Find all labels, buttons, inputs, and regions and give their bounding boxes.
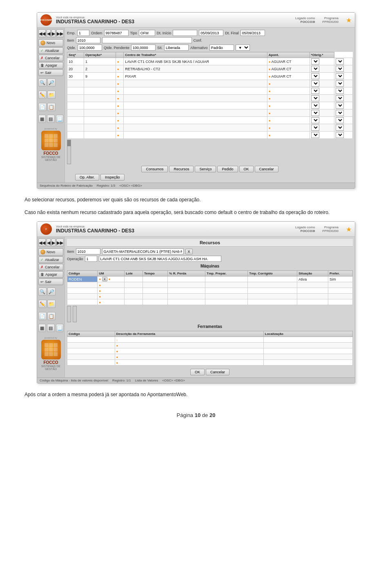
apagar-button-1[interactable]: 🗑 Apagar	[38, 62, 63, 69]
dt-inicio-input[interactable]	[173, 30, 197, 36]
nav-last-2[interactable]: ▶▶	[56, 239, 64, 247]
recursos-btn[interactable]: Recursos	[169, 166, 194, 172]
tool-icon-1[interactable]: ✏️	[38, 91, 47, 99]
tool-icon-2[interactable]: ✏️	[38, 300, 47, 308]
pedido-btn[interactable]: Pedido	[217, 166, 238, 172]
folder-icon-2[interactable]: 📁	[47, 300, 56, 308]
empty-sel9[interactable]: ▼	[311, 110, 319, 116]
search-icon-2[interactable]: 🔍	[38, 288, 47, 296]
gc	[49, 348, 53, 352]
td-icon: ●	[116, 65, 124, 73]
nav-last[interactable]: ▶▶	[56, 29, 64, 38]
apont-select-2[interactable]: S	[311, 66, 319, 72]
obrig-select-2[interactable]: S	[336, 66, 344, 72]
consumos-btn[interactable]: Consumos	[141, 166, 168, 172]
maq-cx-btn[interactable]: X	[102, 277, 107, 281]
novo-icon-2	[40, 250, 45, 254]
grid-icon-1[interactable]: ▦	[38, 115, 46, 123]
star-icon-2[interactable]: ★	[346, 225, 352, 233]
apont-select-3[interactable]: S	[311, 73, 319, 79]
dt-inicio-val[interactable]	[199, 30, 223, 36]
operacao-desc-2[interactable]	[99, 256, 221, 262]
close-btn-2[interactable]: X	[185, 249, 193, 254]
empty-sel16[interactable]: ▼	[336, 132, 344, 138]
grid-icon-2[interactable]: ▦	[38, 324, 46, 332]
empty-sel2[interactable]: ▼	[336, 80, 344, 87]
cancelar-button-1[interactable]: ✗ Cancelar	[38, 55, 63, 61]
search-icon-1[interactable]: 🔍	[38, 78, 47, 87]
nav-prev-2[interactable]: ◀	[47, 239, 51, 247]
empty-sel13[interactable]: ▼	[311, 125, 319, 131]
empty-sel8[interactable]: ▼	[336, 103, 344, 109]
form-row-op-2: Operação	[67, 256, 353, 262]
form-row-2: Item Conf.	[67, 37, 353, 43]
empty-sel6[interactable]: ▼	[336, 95, 344, 101]
operacao-input-2[interactable]	[85, 256, 97, 262]
novo-button-2[interactable]: Novo	[38, 248, 63, 256]
empty-sel5[interactable]: ▼	[311, 95, 319, 101]
dt-inicio-label: Dt. Início	[157, 31, 172, 35]
cancelar-button-2[interactable]: ✗ Cancelar	[38, 264, 63, 270]
qtde-pendente-input[interactable]	[131, 45, 156, 51]
ok-btn-2[interactable]: OK	[190, 369, 205, 375]
apagar-button-2[interactable]: 🗑 Apagar	[38, 271, 63, 278]
item-desc-2[interactable]	[102, 248, 184, 254]
empty-sel12[interactable]: ▼	[336, 117, 344, 123]
novo-button-1[interactable]: Novo	[38, 39, 63, 47]
item-input[interactable]	[76, 37, 100, 43]
empty-sel[interactable]: ▼	[311, 80, 319, 87]
sit-input[interactable]	[164, 45, 189, 51]
doc-icon-2[interactable]: 📄	[38, 312, 47, 320]
ordem-input[interactable]	[104, 30, 129, 36]
table-icon-2[interactable]: ▤	[47, 324, 54, 332]
obrig-select-3[interactable]: S	[336, 73, 344, 79]
op-alter-btn[interactable]: Op. Alter.	[75, 174, 99, 181]
page-icon-1[interactable]: 📃	[56, 115, 63, 123]
inspecao-btn[interactable]: Inspeção	[100, 174, 125, 181]
nav-next[interactable]: ▶	[51, 29, 56, 38]
item-input-2[interactable]	[76, 248, 100, 254]
folder-icon-1[interactable]: 📁	[47, 91, 56, 99]
doc2-icon-1[interactable]: 📋	[47, 103, 56, 111]
search2-icon-2[interactable]: 🔎	[47, 288, 56, 296]
dt-final-input[interactable]	[241, 30, 265, 36]
search2-icon-1[interactable]: 🔎	[47, 78, 56, 87]
star-icon-1[interactable]: ★	[346, 16, 352, 24]
qtde-input[interactable]	[78, 45, 102, 51]
atualizar-button-2[interactable]: ✓ Atualizar	[38, 256, 63, 263]
table-icon-1[interactable]: ▤	[47, 115, 54, 123]
tipo-input[interactable]	[139, 30, 155, 36]
doc2-icon-2[interactable]: 📋	[47, 312, 56, 320]
empty-sel7[interactable]: ▼	[311, 103, 319, 109]
emp-input[interactable]	[77, 30, 89, 36]
atualizar-button-1[interactable]: ✓ Atualizar	[38, 47, 63, 54]
empty-sel15[interactable]: ▼	[311, 132, 319, 138]
nav-prev[interactable]: ◀	[47, 29, 51, 38]
ferr-th-loc: Localização	[263, 331, 352, 337]
empty-sel10[interactable]: ▼	[336, 110, 344, 116]
nav-next-2[interactable]: ▶	[51, 239, 56, 247]
alternativo-input[interactable]	[209, 45, 234, 51]
doc-icon-1[interactable]: 📄	[38, 103, 47, 111]
footer-pagina: Página	[177, 412, 193, 418]
alternativo-select[interactable]: ▼	[236, 45, 250, 51]
cancelar-btn-2[interactable]: Cancelar	[206, 369, 229, 375]
alternativo-label: Alternativo	[190, 46, 208, 50]
obrig-select-1[interactable]: S	[336, 58, 344, 65]
item-desc-input[interactable]	[102, 37, 192, 43]
empty-sel11[interactable]: ▼	[311, 117, 319, 123]
empty-sel3[interactable]: ▼	[311, 88, 319, 94]
nav-first-2[interactable]: ◀◀	[38, 239, 46, 247]
empty-sel4[interactable]: ▼	[336, 88, 344, 94]
program-code-1: FPRD0200	[322, 20, 339, 24]
sair-button-2[interactable]: ↩ Sair	[38, 279, 63, 285]
empty-sel14[interactable]: ▼	[336, 125, 344, 131]
nav-first[interactable]: ◀◀	[38, 29, 46, 38]
apont-select-1[interactable]: S	[311, 58, 319, 65]
cancelar-footer-btn[interactable]: Cancelar	[255, 166, 278, 172]
sair-button-1[interactable]: ↩ Sair	[38, 69, 63, 76]
servico-btn[interactable]: Serviço	[195, 166, 216, 172]
ok-btn-1[interactable]: OK	[239, 166, 254, 172]
doc-group-1: 📄 📋	[38, 103, 63, 111]
page-icon-2[interactable]: 📃	[56, 324, 63, 332]
